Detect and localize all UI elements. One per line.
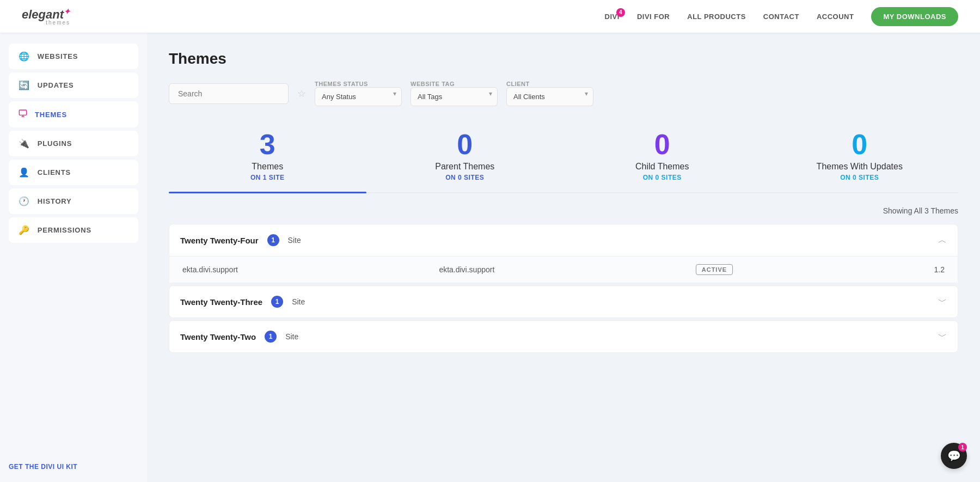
status-badge-1: ACTIVE xyxy=(696,264,733,275)
sidebar-label-updates: UPDATES xyxy=(38,81,74,89)
svg-rect-0 xyxy=(19,110,26,115)
site-badge-1: 1 xyxy=(267,234,279,246)
logo: elegant✦ themes xyxy=(22,7,70,26)
nav-link-all-products[interactable]: ALL PRODUCTS xyxy=(687,13,746,21)
theme-header-left-1: Twenty Twenty-Four 1 Site xyxy=(180,234,301,246)
nav-link-divi-for[interactable]: DIVI FOR xyxy=(637,13,670,21)
themes-status-label: THEMES STATUS xyxy=(315,81,400,87)
client-filter: CLIENT All Clients xyxy=(506,81,593,106)
site-badge-2: 1 xyxy=(271,296,283,308)
theme-header-3[interactable]: Twenty Twenty-Two 1 Site ﹀ xyxy=(169,321,958,352)
nav-link-account[interactable]: ACCOUNT xyxy=(817,13,854,21)
star-favorite-button[interactable]: ☆ xyxy=(297,88,306,100)
chat-icon: 💬 xyxy=(947,449,961,462)
divi-badge: 4 xyxy=(616,8,625,17)
theme-name-2: Twenty Twenty-Three xyxy=(180,297,262,307)
chevron-down-icon-2: ﹀ xyxy=(938,296,947,308)
plugin-icon: 🔌 xyxy=(19,138,30,149)
stat-label-parent: Parent Themes xyxy=(377,162,553,172)
themes-status-select[interactable]: Any Status Active Inactive xyxy=(315,87,402,106)
stat-sub-parent: ON 0 SITES xyxy=(377,174,553,181)
site-url-1[interactable]: ekta.divi.support xyxy=(182,265,238,274)
sidebar-item-history[interactable]: 🕐 HISTORY xyxy=(9,188,138,214)
sidebar: 🌐 WEBSITES 🔄 UPDATES THEMES 🔌 PLUGINS 👤 … xyxy=(0,33,147,482)
stat-child-themes: 0 Child Themes ON 0 SITES xyxy=(564,121,761,192)
theme-row-2: Twenty Twenty-Three 1 Site ﹀ xyxy=(169,285,958,318)
themes-icon xyxy=(19,109,27,120)
history-icon: 🕐 xyxy=(19,196,30,206)
website-tag-select[interactable]: All Tags xyxy=(411,87,498,106)
website-tag-label: WEBSITE TAG xyxy=(411,81,495,87)
theme-name-1: Twenty Twenty-Four xyxy=(180,236,259,245)
site-badge-3: 1 xyxy=(265,331,277,343)
chevron-up-icon-1: ︿ xyxy=(938,235,947,246)
site-domain-1: ekta.divi.support xyxy=(439,265,494,274)
theme-row-1: Twenty Twenty-Four 1 Site ︿ ekta.divi.su… xyxy=(169,224,958,283)
nav-links: DIVI 4 DIVI FOR ALL PRODUCTS CONTACT ACC… xyxy=(605,7,958,26)
stat-parent-themes: 0 Parent Themes ON 0 SITES xyxy=(366,121,564,192)
theme-row-3: Twenty Twenty-Two 1 Site ﹀ xyxy=(169,320,958,353)
stat-number-themes: 3 xyxy=(180,130,356,158)
sidebar-item-websites[interactable]: 🌐 WEBSITES xyxy=(9,44,138,69)
theme-header-left-2: Twenty Twenty-Three 1 Site xyxy=(180,296,305,308)
stat-number-updates: 0 xyxy=(772,130,948,158)
stat-label-themes: Themes xyxy=(180,162,356,172)
site-label-2: Site xyxy=(292,297,305,306)
sidebar-item-updates[interactable]: 🔄 UPDATES xyxy=(9,72,138,98)
client-label: CLIENT xyxy=(506,81,591,87)
stats-row: 3 Themes ON 1 SITE 0 Parent Themes ON 0 … xyxy=(169,121,958,193)
theme-header-left-3: Twenty Twenty-Two 1 Site xyxy=(180,331,298,343)
layout: 🌐 WEBSITES 🔄 UPDATES THEMES 🔌 PLUGINS 👤 … xyxy=(0,33,980,482)
sidebar-label-permissions: PERMISSIONS xyxy=(38,226,91,234)
stat-label-child: Child Themes xyxy=(574,162,750,172)
my-downloads-button[interactable]: MY DOWNLOADS xyxy=(871,7,958,26)
themes-list: Showing All 3 Themes Twenty Twenty-Four … xyxy=(169,206,958,353)
stat-underline xyxy=(169,192,366,193)
theme-header-2[interactable]: Twenty Twenty-Three 1 Site ﹀ xyxy=(169,286,958,318)
site-label-3: Site xyxy=(285,332,298,341)
chat-badge: 1 xyxy=(958,443,967,452)
search-input[interactable] xyxy=(169,83,289,104)
stat-number-parent: 0 xyxy=(377,130,553,158)
globe-icon: 🌐 xyxy=(19,51,30,62)
chat-bubble[interactable]: 💬 1 xyxy=(941,443,967,469)
nav-link-contact[interactable]: CONTACT xyxy=(763,13,799,21)
website-tag-filter: WEBSITE TAG All Tags xyxy=(411,81,498,106)
sidebar-item-themes[interactable]: THEMES xyxy=(9,101,138,127)
client-select[interactable]: All Clients xyxy=(506,87,593,106)
stat-themes: 3 Themes ON 1 SITE xyxy=(169,121,366,192)
stat-sub-updates: ON 0 SITES xyxy=(772,174,948,181)
top-nav: elegant✦ themes DIVI 4 DIVI FOR ALL PROD… xyxy=(0,0,980,33)
theme-header-1[interactable]: Twenty Twenty-Four 1 Site ︿ xyxy=(169,224,958,256)
sidebar-item-clients[interactable]: 👤 CLIENTS xyxy=(9,160,138,185)
stat-number-child: 0 xyxy=(574,130,750,158)
showing-label: Showing All 3 Themes xyxy=(169,206,958,215)
sidebar-item-permissions[interactable]: 🔑 PERMISSIONS xyxy=(9,217,138,243)
theme-name-3: Twenty Twenty-Two xyxy=(180,332,256,341)
footer-cta-text[interactable]: GET THE DIVI UI KIT xyxy=(9,463,77,471)
key-icon: 🔑 xyxy=(19,225,30,235)
refresh-icon: 🔄 xyxy=(19,80,30,90)
sidebar-label-themes: THEMES xyxy=(35,111,67,119)
version-1: 1.2 xyxy=(934,265,945,274)
user-icon: 👤 xyxy=(19,167,30,178)
stat-themes-updates: 0 Themes With Updates ON 0 SITES xyxy=(761,121,959,192)
stat-label-updates: Themes With Updates xyxy=(772,162,948,172)
sidebar-item-plugins[interactable]: 🔌 PLUGINS xyxy=(9,131,138,156)
nav-link-divi[interactable]: DIVI 4 xyxy=(605,13,620,21)
main-content: Themes ☆ THEMES STATUS Any Status Active… xyxy=(147,33,980,482)
themes-status-filter: THEMES STATUS Any Status Active Inactive xyxy=(315,81,402,106)
stat-sub-themes: ON 1 SITE xyxy=(180,174,356,181)
sidebar-label-history: HISTORY xyxy=(38,197,72,205)
filter-bar: ☆ THEMES STATUS Any Status Active Inacti… xyxy=(169,81,958,106)
sidebar-label-websites: WEBSITES xyxy=(38,52,78,60)
sidebar-label-plugins: PLUGINS xyxy=(38,139,72,148)
chevron-down-icon-3: ﹀ xyxy=(938,331,947,343)
sidebar-label-clients: CLIENTS xyxy=(38,168,71,176)
page-title: Themes xyxy=(169,50,958,68)
theme-expanded-row-1: ekta.divi.support ekta.divi.support ACTI… xyxy=(169,256,958,283)
stat-sub-child: ON 0 SITES xyxy=(574,174,750,181)
site-label-1: Site xyxy=(288,236,301,245)
